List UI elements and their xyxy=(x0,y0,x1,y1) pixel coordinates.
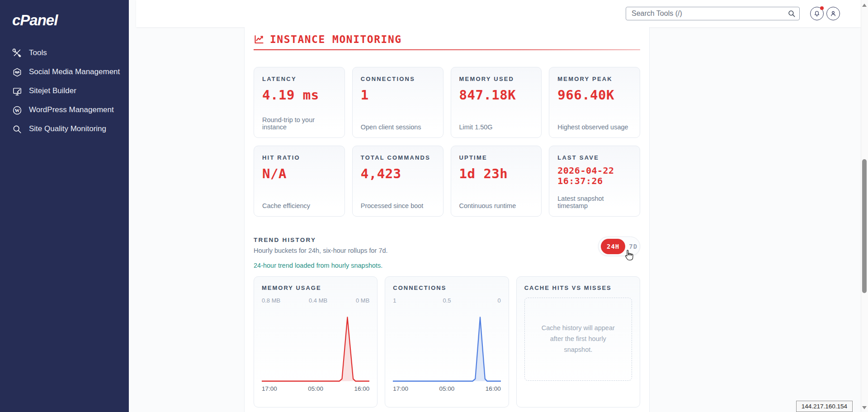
metric-label: CONNECTIONS xyxy=(361,76,435,82)
scrollbar-up-arrow[interactable] xyxy=(862,4,867,7)
user-icon xyxy=(830,10,837,17)
metric-value: 2026-04-22 16:37:26 xyxy=(557,166,632,186)
metric-subtitle: Processed since boot xyxy=(361,202,435,209)
user-menu-button[interactable] xyxy=(826,7,840,20)
sidebar-item-social-media[interactable]: Social Media Management xyxy=(12,67,123,77)
scrollbar-thumb[interactable] xyxy=(862,159,867,293)
metric-label: LAST SAVE xyxy=(557,154,632,161)
scale-label: 0 xyxy=(497,297,500,304)
x-tick-label: 05:00 xyxy=(308,385,323,392)
chart-scale-labels: 0.8 MB 0.4 MB 0 MB xyxy=(262,297,369,304)
scrollbar-track[interactable] xyxy=(861,0,868,412)
memory-usage-chart-card: MEMORY USAGE 0.8 MB 0.4 MB 0 MB 17:00 05… xyxy=(254,276,377,407)
range-7d-button[interactable]: 7D xyxy=(625,239,641,254)
metrics-grid: LATENCY 4.19 ms Round-trip to your insta… xyxy=(254,67,640,217)
top-header xyxy=(136,0,861,27)
section-header: INSTANCE MONITORING xyxy=(254,33,640,45)
trend-history-subtitle: Hourly buckets for 24h, six-hour rollups… xyxy=(254,247,388,254)
trend-charts-grid: MEMORY USAGE 0.8 MB 0.4 MB 0 MB 17:00 05… xyxy=(254,276,640,407)
metric-value: 966.40K xyxy=(557,88,632,103)
section-title: INSTANCE MONITORING xyxy=(270,33,402,45)
cpanel-logo[interactable]: cPanel xyxy=(12,12,123,29)
sidebar-item-tools[interactable]: Tools xyxy=(12,48,123,58)
trend-history-text: TREND HISTORY Hourly buckets for 24h, si… xyxy=(254,237,388,254)
social-media-icon xyxy=(12,67,22,77)
metric-value: 847.18K xyxy=(459,88,533,103)
metric-label: MEMORY PEAK xyxy=(557,76,632,82)
scrollbar-down-arrow[interactable] xyxy=(862,406,867,409)
chart-x-labels: 17:00 05:00 16:00 xyxy=(262,385,369,392)
sidebar-item-sitejet[interactable]: Sitejet Builder xyxy=(12,86,123,96)
sidebar-item-label: Social Media Management xyxy=(29,67,120,77)
line-chart-icon xyxy=(254,34,264,45)
chart-title: MEMORY USAGE xyxy=(262,284,369,291)
metric-card-memory-peak: MEMORY PEAK 966.40K Highest observed usa… xyxy=(549,67,640,138)
metric-label: UPTIME xyxy=(459,154,533,161)
instance-monitoring-panel: INSTANCE MONITORING LATENCY 4.19 ms Roun… xyxy=(244,27,650,412)
metric-card-last-save: LAST SAVE 2026-04-22 16:37:26 Latest sna… xyxy=(549,146,640,217)
sidebar: cPanel Tools Socia xyxy=(0,0,129,412)
metric-card-hit-ratio: HIT RATIO N/A Cache efficiency xyxy=(254,146,345,217)
tools-icon xyxy=(12,48,22,58)
site-quality-icon xyxy=(12,124,22,134)
metric-card-memory-used: MEMORY USED 847.18K Limit 1.50G xyxy=(451,67,542,138)
metric-label: HIT RATIO xyxy=(262,154,336,161)
sidebar-item-wordpress[interactable]: W WordPress Management xyxy=(12,105,123,115)
metric-card-latency: LATENCY 4.19 ms Round-trip to your insta… xyxy=(254,67,345,138)
notification-dot xyxy=(820,6,824,10)
metric-subtitle: Continuous runtime xyxy=(459,202,533,209)
sidebar-item-site-quality[interactable]: Site Quality Monitoring xyxy=(12,124,123,134)
metric-value: 1d 23h xyxy=(459,166,533,181)
x-tick-label: 16:00 xyxy=(354,385,370,392)
metric-card-total-commands: TOTAL COMMANDS 4,423 Processed since boo… xyxy=(352,146,443,217)
memory-usage-chart xyxy=(262,305,369,385)
trend-history-header: TREND HISTORY Hourly buckets for 24h, si… xyxy=(254,237,640,256)
x-tick-label: 17:00 xyxy=(262,385,277,392)
cache-hits-chart-card: CACHE HITS VS MISSES Cache history will … xyxy=(516,276,640,407)
scale-label: 0 MB xyxy=(356,297,369,304)
sidebar-item-label: Site Quality Monitoring xyxy=(29,124,106,134)
svg-text:W: W xyxy=(15,108,20,113)
search-icon xyxy=(788,9,796,18)
range-24h-button[interactable]: 24H xyxy=(601,239,625,254)
x-tick-label: 05:00 xyxy=(439,385,455,392)
trend-status-message: 24-hour trend loaded from hourly snapsho… xyxy=(254,262,640,269)
metric-label: LATENCY xyxy=(262,76,336,82)
trend-history-title: TREND HISTORY xyxy=(254,237,388,243)
notifications-button[interactable] xyxy=(810,7,824,20)
cache-empty-placeholder: Cache history will appear after the firs… xyxy=(524,298,632,381)
metric-subtitle: Highest observed usage xyxy=(557,123,632,131)
bell-icon xyxy=(813,10,821,17)
x-tick-label: 16:00 xyxy=(486,385,501,392)
metric-subtitle: Round-trip to your instance xyxy=(262,116,336,131)
x-tick-label: 17:00 xyxy=(393,385,408,392)
sidebar-item-label: WordPress Management xyxy=(29,105,114,115)
metric-label: TOTAL COMMANDS xyxy=(361,154,435,161)
sidebar-item-label: Sitejet Builder xyxy=(29,86,76,96)
scale-label: 0.5 xyxy=(443,297,451,304)
metric-value: 4,423 xyxy=(361,166,435,181)
metric-value: N/A xyxy=(262,166,336,181)
metric-subtitle: Latest snapshot timestamp xyxy=(557,195,632,209)
sitejet-icon xyxy=(12,86,22,96)
sidebar-nav: Tools Social Media Management xyxy=(12,48,123,134)
metric-subtitle: Limit 1.50G xyxy=(459,123,533,131)
wordpress-icon: W xyxy=(12,105,22,115)
metric-card-uptime: UPTIME 1d 23h Continuous runtime xyxy=(451,146,542,217)
search-box xyxy=(626,7,800,20)
sidebar-item-label: Tools xyxy=(29,48,47,58)
metric-label: MEMORY USED xyxy=(459,76,533,82)
scale-label: 0.4 MB xyxy=(309,297,327,304)
chart-scale-labels: 1 0.5 0 xyxy=(393,297,500,304)
chart-x-labels: 17:00 05:00 16:00 xyxy=(393,385,500,392)
connections-chart xyxy=(393,305,500,385)
trend-range-toggle: 24H 7D xyxy=(598,237,640,256)
metric-card-connections: CONNECTIONS 1 Open client sessions xyxy=(352,67,443,138)
chart-title: CACHE HITS VS MISSES xyxy=(524,284,632,291)
connections-chart-card: CONNECTIONS 1 0.5 0 17:00 05:00 16:00 xyxy=(385,276,509,407)
scale-label: 1 xyxy=(393,297,396,304)
chart-title: CONNECTIONS xyxy=(393,284,500,291)
metric-subtitle: Cache efficiency xyxy=(262,202,336,209)
search-input[interactable] xyxy=(626,7,800,20)
metric-value: 4.19 ms xyxy=(262,88,336,103)
